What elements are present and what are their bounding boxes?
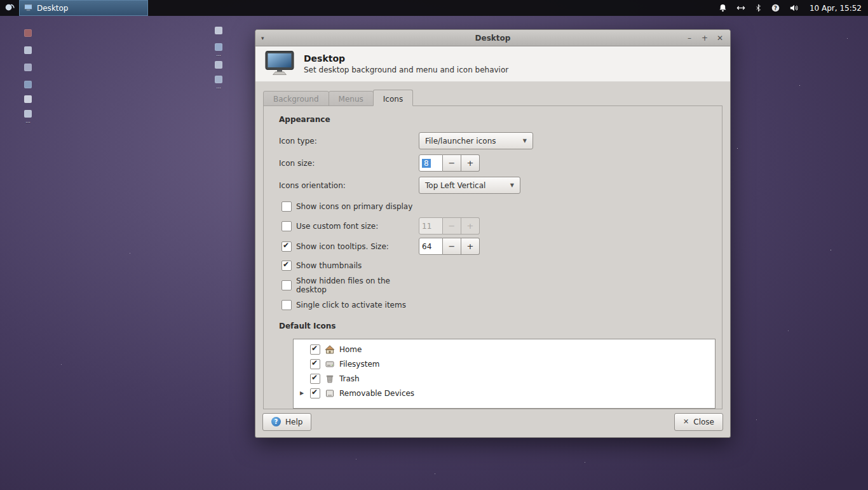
list-item-filesystem[interactable]: Filesystem xyxy=(294,357,715,371)
tooltip-size-spinner: 64 − + xyxy=(419,238,480,255)
show-thumbnails-checkbox[interactable] xyxy=(281,261,292,271)
taskbar-window-title: Desktop xyxy=(37,4,69,13)
file-icon xyxy=(24,110,32,118)
list-item-label: Filesystem xyxy=(339,360,379,369)
icon-size-spinner: 8 − + xyxy=(419,154,480,172)
icons-orientation-value: Top Left Vertical xyxy=(425,181,485,190)
close-icon: ✕ xyxy=(683,418,689,426)
help-icon[interactable]: ? xyxy=(771,3,780,13)
file-icon xyxy=(215,43,222,51)
list-item-trash[interactable]: Trash xyxy=(294,371,715,386)
checkbox-label: Show thumbnails xyxy=(296,261,362,270)
window-titlebar[interactable]: ▾ Desktop – + ✕ xyxy=(255,30,730,46)
minimize-button[interactable]: – xyxy=(686,34,693,42)
tab-bar: Background Menus Icons xyxy=(263,90,722,106)
top-panel: Desktop ? 10 Apr, 15:52 xyxy=(0,0,868,16)
applications-menu-button[interactable] xyxy=(0,0,19,16)
svg-text:?: ? xyxy=(774,5,777,11)
icons-orientation-row: Icons orientation: Top Left Vertical ▼ xyxy=(279,177,722,194)
plus-button[interactable]: + xyxy=(461,217,480,235)
removable-devices-icon xyxy=(325,388,335,398)
icon-tooltips-row: Show icon tooltips. Size: 64 − + xyxy=(279,238,722,255)
default-icons-section-title: Default Icons xyxy=(279,322,722,330)
icon-tooltips-checkbox[interactable] xyxy=(281,242,292,252)
dialog-header: Desktop Set desktop background and menu … xyxy=(255,46,730,82)
window-title: Desktop xyxy=(255,34,730,43)
expander-arrow-icon[interactable]: ▶ xyxy=(298,390,306,396)
removable-devices-checkbox[interactable] xyxy=(310,388,320,398)
taskbar-window-button[interactable]: Desktop xyxy=(19,0,148,16)
desktop-icon[interactable] xyxy=(15,64,41,78)
clock[interactable]: 10 Apr, 15:52 xyxy=(807,4,862,13)
show-icons-primary-row: Show icons on primary display xyxy=(279,199,722,214)
show-hidden-files-checkbox[interactable] xyxy=(281,280,292,290)
file-icon xyxy=(24,64,32,71)
icon-type-label: Icon type: xyxy=(279,137,419,146)
icons-orientation-select[interactable]: Top Left Vertical ▼ xyxy=(419,177,520,194)
custom-font-size-checkbox[interactable] xyxy=(281,221,292,231)
filesystem-checkbox[interactable] xyxy=(310,359,320,369)
display-icon xyxy=(264,50,295,78)
close-button[interactable]: ✕ Close xyxy=(674,413,723,431)
minus-button[interactable]: − xyxy=(443,238,461,255)
list-item-home[interactable]: Home xyxy=(294,342,715,357)
list-item-label: Home xyxy=(339,345,362,354)
chevron-down-icon: ▼ xyxy=(501,182,514,188)
tooltip-size-input[interactable]: 64 xyxy=(419,238,443,255)
window-menu-icon[interactable]: ▾ xyxy=(261,35,264,41)
tab-icons[interactable]: Icons xyxy=(373,90,413,106)
maximize-button[interactable]: + xyxy=(701,34,709,42)
file-icon xyxy=(215,61,222,69)
desktop-icon[interactable] xyxy=(15,81,41,95)
help-button-label: Help xyxy=(285,418,302,426)
icon-size-row: Icon size: 8 − + xyxy=(279,154,722,172)
icons-orientation-label: Icons orientation: xyxy=(279,181,419,190)
checkbox-label: Single click to activate items xyxy=(296,301,406,310)
selected-text: 8 xyxy=(422,159,431,168)
tab-background[interactable]: Background xyxy=(263,91,329,106)
list-item-removable-devices[interactable]: ▶ Removable Devices xyxy=(294,386,715,400)
file-icon xyxy=(24,46,32,54)
whisker-menu-icon xyxy=(4,2,15,14)
trash-icon xyxy=(325,374,335,384)
file-icon xyxy=(24,29,32,37)
custom-font-size-row: Use custom font size: 11 − + xyxy=(279,217,722,235)
default-icons-list: Home Filesystem xyxy=(293,339,715,409)
close-window-button[interactable]: ✕ xyxy=(716,34,724,42)
plus-button[interactable]: + xyxy=(461,154,480,172)
plus-button[interactable]: + xyxy=(461,238,480,255)
icon-type-select[interactable]: File/launcher icons ▼ xyxy=(419,132,533,149)
help-button[interactable]: ? Help xyxy=(262,413,311,431)
desktop-icon[interactable]: ... xyxy=(15,110,41,124)
window-mini-icon xyxy=(24,3,33,14)
desktop-icon[interactable] xyxy=(206,27,231,41)
system-tray: ? 10 Apr, 15:52 xyxy=(718,3,868,13)
notifications-icon[interactable] xyxy=(718,3,728,13)
show-thumbnails-row: Show thumbnails xyxy=(279,258,722,273)
bluetooth-icon[interactable] xyxy=(754,3,763,13)
show-hidden-files-row: Show hidden files on the desktop xyxy=(279,276,722,294)
file-icon xyxy=(24,95,32,103)
desktop-icon[interactable]: ... xyxy=(206,76,231,90)
trash-checkbox[interactable] xyxy=(310,374,320,384)
tab-menus[interactable]: Menus xyxy=(329,91,374,106)
icon-size-input[interactable]: 8 xyxy=(419,154,443,172)
show-icons-primary-checkbox[interactable] xyxy=(281,201,292,212)
desktop-icon[interactable] xyxy=(15,95,41,109)
home-icon xyxy=(325,344,335,355)
minus-button[interactable]: − xyxy=(443,154,461,172)
list-item-label: Removable Devices xyxy=(339,389,414,398)
network-icon[interactable] xyxy=(736,3,746,13)
desktop-icon[interactable]: ... xyxy=(206,43,231,57)
minus-button[interactable]: − xyxy=(443,217,461,235)
icon-type-value: File/launcher icons xyxy=(425,137,496,146)
single-click-checkbox[interactable] xyxy=(281,300,292,310)
custom-font-size-input[interactable]: 11 xyxy=(419,217,443,235)
settings-notebook: Background Menus Icons Appearance Icon t… xyxy=(263,90,722,406)
desktop-icon[interactable] xyxy=(206,61,231,75)
home-checkbox[interactable] xyxy=(310,344,320,355)
desktop-icon[interactable] xyxy=(15,46,41,60)
desktop-icon[interactable] xyxy=(15,29,41,43)
filesystem-icon xyxy=(325,359,335,369)
volume-icon[interactable] xyxy=(789,3,799,13)
